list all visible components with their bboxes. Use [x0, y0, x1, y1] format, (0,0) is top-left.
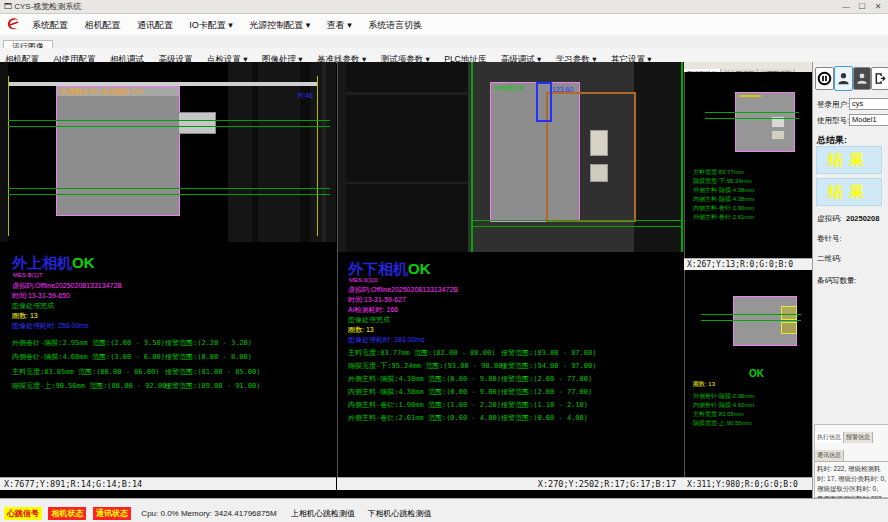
pause-button[interactable] — [815, 67, 834, 90]
menu-view[interactable]: 查看 ▾ — [321, 15, 358, 32]
measure-line-green — [701, 320, 801, 321]
menu-camera-config[interactable]: 相机配置 — [78, 15, 126, 32]
metal-part — [771, 130, 785, 140]
measurement-row: 隔膜宽度-下:95.24mm 范围:(93.00 - 98.00) — [348, 361, 507, 371]
left-camera-name: 外上相机 — [12, 254, 72, 271]
middle-done-text: 图像处理完成 — [348, 315, 390, 325]
thumbnail-panel-bottom[interactable]: OK 圈数: 13 外侧卷针-隔膜:2.95mm 内侧卷针-隔膜:4.60mm … — [684, 270, 812, 477]
measure-box-blue — [536, 82, 552, 122]
left-mes-text: MES:B(1)T — [13, 272, 43, 278]
user-login-button[interactable] — [834, 66, 853, 91]
maximize-button[interactable]: ☐ — [854, 0, 870, 13]
alarm-range: 报警范围:(89.00 - 91.00) — [165, 381, 260, 391]
middle-panel-statusbar: X:270;Y:2502;R:17;G:17;B:17 — [337, 477, 684, 490]
thumb2-statusbar: X:311;Y:980;R:0;G:0;B:0 — [684, 477, 812, 490]
thumb-measure-line: 隔膜宽度-下:95.24mm — [693, 177, 752, 186]
measure-line-green — [8, 126, 330, 127]
alarm-range: 报警范围:(1.10 - 2.10) — [501, 400, 588, 410]
ai-detect-box-orange — [546, 92, 636, 222]
middle-ai-elapsed-text: AI检测耗时: 166 — [348, 305, 398, 315]
measure-line-green — [471, 226, 683, 227]
pause-icon — [816, 69, 833, 88]
app-logo-icon — [5, 16, 21, 32]
thumb-measure-line: 外侧主料-隔膜:4.38mm — [693, 186, 754, 195]
document-tab-row: 运行图像 — [0, 35, 888, 49]
yellow-guide-line — [317, 76, 318, 236]
thumb1-statusbar: X:267;Y:13;R:0;G:0;B:0 — [684, 258, 812, 270]
middle-ok-status: OK — [408, 260, 431, 277]
middle-mes-text: MES:0(1)0 — [349, 277, 378, 283]
user-icon — [835, 68, 852, 89]
measure-line-green — [471, 62, 473, 252]
left-camera-panel[interactable]: 灰度阈值:93, 动态阈值:100 R:46 外上相机OK MES:B(1)T … — [0, 62, 336, 477]
thumb-measure-line: 隔膜宽度-上:90.56mm — [693, 419, 752, 428]
left-cursor-coords: X:7677;Y:891;R:14;G:14;B:14 — [4, 479, 142, 489]
tab-alarm-info[interactable]: 报警信息 — [844, 432, 873, 443]
login-user-field[interactable]: cys — [849, 98, 888, 110]
measure-value-blue: 123.60 — [552, 86, 573, 93]
cell-region-box — [733, 296, 797, 346]
defect-highlight — [781, 322, 797, 334]
measure-line-green — [701, 314, 801, 315]
thumb-measure-line: 主料宽度:83.05mm — [693, 410, 744, 419]
model-field[interactable]: Model1 — [849, 114, 888, 126]
left-barcode-text: 虚拟码:Offline2025020813313472B — [12, 281, 122, 291]
middle-camera-panel[interactable]: AI检测区域 123.60 外下相机OK MES:0(1)0 虚拟码:Offli… — [337, 62, 684, 477]
alarm-range: 报警范围:(2.00 - 77.00) — [501, 374, 592, 384]
measurement-row: 主料宽度:83.77mm 范围:(82.00 - 88.00) — [348, 348, 495, 358]
needle-number-label: 卷针号: — [817, 234, 842, 244]
thumb-measure-line: 外侧卷针-隔膜:2.95mm — [693, 392, 754, 401]
r-value-overlay: R:46 — [298, 92, 313, 99]
machinery-shade — [0, 62, 8, 242]
minimize-button[interactable]: — — [838, 0, 854, 13]
menu-language-switch[interactable]: 系统语言切换 — [362, 15, 428, 32]
login-user-label: 登录用户: — [817, 100, 849, 110]
info-tab-bar: 执行信息报警信息通讯信息 — [815, 425, 888, 462]
comm-status-badge: 通讯状态 — [93, 507, 131, 520]
thumb-measure-line: 主料宽度:83.77mm — [693, 168, 744, 177]
left-time-text: 时间:13-31-59-650 — [12, 291, 70, 301]
left-result-title: 外上相机OK — [12, 254, 95, 273]
alarm-range: 报警范围:(2.20 - 3.20) — [165, 338, 252, 348]
virtual-code-value: 20250208 — [846, 214, 879, 223]
exit-button[interactable] — [871, 67, 888, 90]
tab-comm-info[interactable]: 通讯信息 — [815, 450, 844, 461]
machinery-shade — [300, 62, 310, 242]
alarm-range: 报警范围:(0.00 - 8.00) — [165, 352, 252, 362]
measure-line-green — [8, 120, 330, 121]
measure-line-green — [8, 194, 330, 195]
alarm-range: 报警范围:(94.00 - 97.00) — [501, 361, 596, 371]
menu-bar: 系统配置 相机配置 通讯配置 IO卡配置 ▾ 光源控制配置 ▾ 查看 ▾ 系统语… — [0, 14, 888, 36]
menu-light-config[interactable]: 光源控制配置 ▾ — [243, 15, 316, 32]
right-sidebar: 登录用户: cys 使用型号: Model1 总结果: 结果 结果 虚拟码: 2… — [812, 62, 888, 498]
user-dark-icon — [854, 69, 870, 88]
info-panel: 执行信息报警信息通讯信息 耗时: 222, 瑕疵检测耗时: 17, 瑕疵分类耗时… — [814, 424, 888, 498]
lower-camera-heartbeat: 下相机心跳检测值 — [367, 509, 431, 518]
middle-time-text: 时间:13-31-59-627 — [348, 295, 406, 305]
machinery-shade — [346, 92, 468, 95]
app-icon: 🗔 — [4, 2, 12, 11]
middle-turns-text: 圈数: 13 — [348, 325, 374, 335]
menu-comm-config[interactable]: 通讯配置 — [131, 15, 179, 32]
thumbnail-panel-top[interactable]: 主料宽度:83.77mm 隔膜宽度-下:95.24mm 外侧主料-隔膜:4.38… — [684, 72, 812, 258]
user-dark-button[interactable] — [853, 67, 871, 90]
machinery-shade — [228, 62, 336, 242]
cpu-memory-text: Cpu: 0.0% Memory: 3424.41796875M — [141, 509, 276, 518]
measurement-row: 外侧主料-卷针:2.61mm 范围:(0.60 - 4.00) — [348, 413, 501, 423]
close-button[interactable]: ✕ — [870, 0, 886, 13]
menu-io-config[interactable]: IO卡配置 ▾ — [183, 15, 239, 32]
virtual-code-label: 虚拟码: — [817, 214, 842, 224]
measure-line-green — [705, 118, 799, 119]
left-elapsed-text: 图像处理耗时: 256.00ms — [12, 321, 89, 331]
yellow-guide-line — [8, 76, 9, 236]
machinery-shade — [346, 62, 468, 252]
qr-code-label: 二维码: — [817, 254, 842, 264]
alarm-range: 报警范围:(83.00 - 87.00) — [501, 348, 596, 358]
threshold-mark — [739, 95, 761, 97]
measure-line-green — [681, 62, 683, 252]
thumb2-cursor-coords: X:311;Y:980;R:0;G:0;B:0 — [687, 480, 798, 489]
menu-system-config[interactable]: 系统配置 — [26, 15, 74, 32]
tab-exec-info[interactable]: 执行信息 — [815, 432, 844, 443]
threshold-overlay-text: 灰度阈值:93, 动态阈值:100 — [60, 87, 143, 97]
left-panel-statusbar: X:7677;Y:891;R:14;G:14;B:14 — [0, 477, 336, 490]
